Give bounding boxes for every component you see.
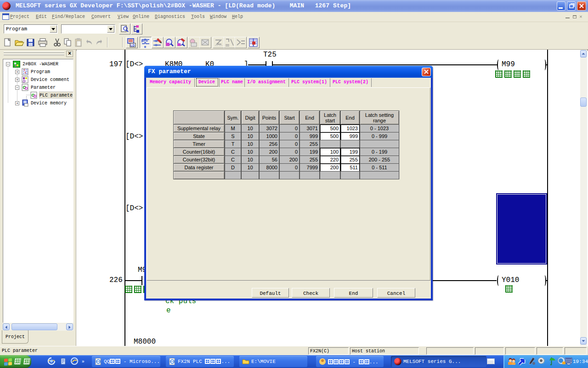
svg-text:LD: LD: [130, 44, 135, 47]
